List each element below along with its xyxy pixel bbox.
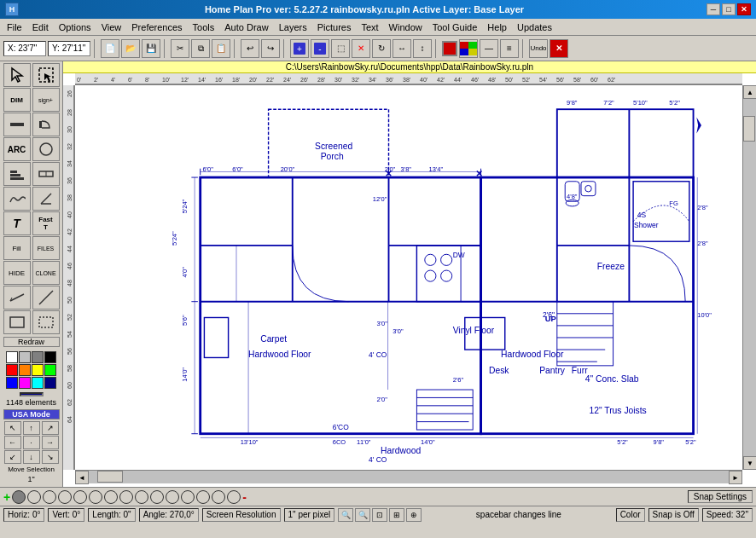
zoom-out-status[interactable]: 🔍 — [355, 508, 370, 522]
undo-button[interactable]: ↩ — [241, 39, 259, 58]
new-button[interactable]: 📄 — [101, 39, 119, 58]
current-color[interactable] — [20, 392, 44, 396]
usa-mode[interactable]: USA Mode — [3, 409, 60, 419]
menu-help[interactable]: Help — [482, 20, 512, 34]
move-left[interactable]: ← — [4, 436, 21, 449]
snap-settings-button[interactable]: Snap Settings — [688, 490, 753, 503]
corner-tool[interactable] — [32, 286, 60, 309]
page-3[interactable] — [43, 490, 56, 504]
zoom-in-status[interactable]: 🔍 — [338, 508, 353, 522]
cut-button[interactable]: ✂ — [171, 39, 189, 58]
color-swatch[interactable] — [6, 351, 18, 363]
menu-options[interactable]: Options — [54, 20, 96, 34]
files-tool[interactable]: FILES — [32, 236, 60, 260]
line-width[interactable]: ≡ — [500, 39, 519, 58]
line-style[interactable]: — — [480, 39, 498, 58]
right-scrollbar[interactable]: ▲ ▼ — [742, 85, 756, 470]
redo-button[interactable]: ↪ — [261, 39, 280, 58]
measure-tool[interactable] — [3, 286, 31, 309]
color-btn[interactable]: Color — [616, 508, 645, 522]
select-button[interactable]: ⬚ — [331, 39, 350, 58]
move-down-left[interactable]: ↙ — [4, 450, 21, 464]
clone-tool[interactable]: CLONE — [32, 261, 60, 285]
angle-tool[interactable] — [32, 187, 60, 211]
remove-page-button[interactable]: - — [242, 490, 247, 504]
flip-v-button[interactable]: ↕ — [413, 39, 432, 58]
minimize-button[interactable]: ─ — [707, 3, 720, 15]
menu-view[interactable]: View — [96, 20, 127, 34]
page-5[interactable] — [73, 490, 87, 504]
scroll-left[interactable]: ◄ — [75, 471, 89, 484]
color-swatch[interactable] — [44, 364, 56, 376]
zoom-out-button[interactable]: - — [311, 39, 329, 58]
move-up-left[interactable]: ↖ — [4, 421, 21, 435]
drawing-canvas[interactable]: Screened Porch Hardwood Floor Hardwood H… — [75, 85, 742, 470]
page-15[interactable] — [227, 490, 241, 504]
hscroll-thumb[interactable] — [97, 471, 123, 483]
menu-file[interactable]: File — [2, 20, 27, 34]
redraw-button[interactable]: Redraw — [3, 337, 60, 347]
move-up-right[interactable]: ↗ — [42, 421, 59, 435]
paste-button[interactable]: 📋 — [212, 39, 230, 58]
move-down[interactable]: ↓ — [23, 450, 40, 464]
scroll-thumb[interactable] — [743, 116, 755, 142]
select-area-tool[interactable] — [32, 63, 60, 87]
snap-btn[interactable]: ⊕ — [406, 508, 422, 522]
text-tool[interactable]: T — [3, 211, 31, 235]
page-14[interactable] — [212, 490, 225, 504]
color-swatch[interactable] — [19, 351, 31, 363]
flip-h-button[interactable]: ↔ — [393, 39, 411, 58]
undo-big[interactable]: Undo — [529, 39, 548, 58]
zoom-in-button[interactable]: + — [290, 39, 309, 58]
fill-tool[interactable]: Fill — [3, 236, 31, 260]
color-palette[interactable] — [459, 39, 478, 58]
canvas-area[interactable]: C:\Users\RainbowSky.ru\Documents\hpp\Dat… — [63, 61, 756, 487]
move-right[interactable]: → — [42, 436, 59, 449]
select-tool[interactable] — [3, 63, 31, 87]
page-13[interactable] — [196, 490, 210, 504]
copy-button[interactable]: ⧉ — [191, 39, 210, 58]
poly-tool[interactable] — [32, 310, 60, 334]
move-up[interactable]: ↑ — [23, 421, 40, 435]
scroll-track[interactable] — [743, 99, 756, 456]
add-page-button[interactable]: + — [3, 490, 10, 504]
maximize-button[interactable]: □ — [722, 3, 736, 15]
open-button[interactable]: 📂 — [121, 39, 140, 58]
dim-tool[interactable]: DIM — [3, 88, 31, 112]
color-swatch[interactable] — [32, 351, 44, 363]
color-swatch[interactable] — [44, 377, 56, 389]
circle-tool[interactable] — [32, 137, 60, 161]
save-button[interactable]: 💾 — [142, 39, 160, 58]
hide-tool[interactable]: HIDE — [3, 261, 31, 285]
stop-button[interactable]: ✕ — [550, 39, 568, 58]
hscroll-track[interactable] — [89, 471, 729, 483]
color-swatch[interactable] — [19, 364, 31, 376]
menu-updates[interactable]: Updates — [512, 20, 557, 34]
page-4[interactable] — [58, 490, 72, 504]
menu-tools[interactable]: Tools — [188, 20, 220, 34]
page-6[interactable] — [89, 490, 102, 504]
scroll-down[interactable]: ▼ — [743, 456, 756, 470]
page-2[interactable] — [27, 490, 41, 504]
bottom-scrollbar[interactable]: ◄ ► — [75, 470, 742, 483]
move-down-right[interactable]: ↘ — [42, 450, 59, 464]
page-11[interactable] — [166, 490, 179, 504]
wall-tool[interactable] — [3, 113, 31, 136]
menu-edit[interactable]: Edit — [27, 20, 54, 34]
page-10[interactable] — [150, 490, 164, 504]
page-7[interactable] — [104, 490, 118, 504]
color-swatch[interactable] — [6, 377, 18, 389]
color-swatch[interactable] — [6, 364, 18, 376]
close-button[interactable]: ✕ — [737, 3, 751, 15]
delete-button[interactable]: ✕ — [352, 39, 370, 58]
menu-toolguide[interactable]: Tool Guide — [427, 20, 483, 34]
menu-text[interactable]: Text — [356, 20, 383, 34]
window-tool[interactable] — [32, 162, 60, 186]
scroll-right[interactable]: ► — [729, 471, 742, 484]
scroll-up[interactable]: ▲ — [743, 85, 756, 99]
fit-page[interactable]: ⊡ — [372, 508, 387, 522]
menu-pictures[interactable]: Pictures — [312, 20, 357, 34]
menu-layers[interactable]: Layers — [274, 20, 312, 34]
color-swatch[interactable] — [19, 377, 31, 389]
rect-tool[interactable] — [3, 310, 31, 334]
